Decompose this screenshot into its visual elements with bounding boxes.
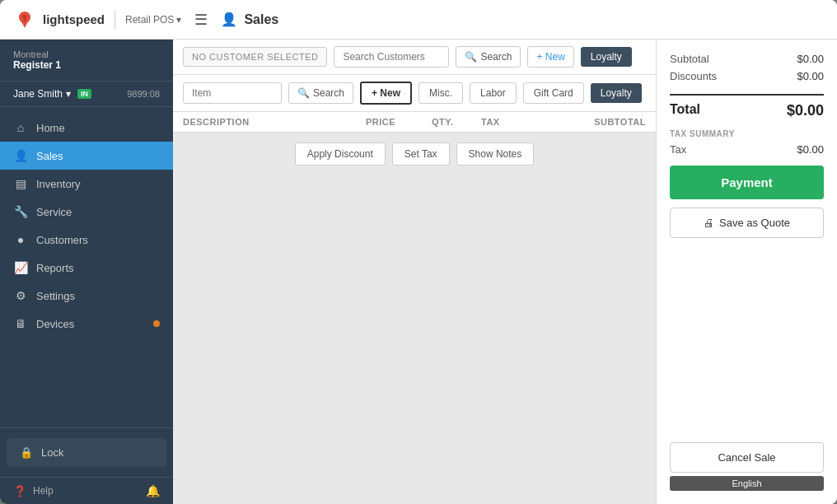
search-customers-button[interactable]: 🔍 Search bbox=[456, 46, 521, 68]
sidebar: Montreal Register 1 Jane Smith ▾ IN 9899… bbox=[0, 40, 173, 504]
tax-row: Tax $0.00 bbox=[670, 143, 824, 156]
sidebar-location: Montreal bbox=[13, 49, 160, 59]
reports-icon: 📈 bbox=[13, 261, 28, 274]
customer-bar: NO CUSTOMER SELECTED 🔍 Search + New Loya… bbox=[173, 40, 656, 75]
lock-icon: 🔒 bbox=[20, 446, 33, 459]
discounts-value: $0.00 bbox=[797, 70, 824, 82]
col-qty: QTY. bbox=[432, 117, 481, 127]
set-tax-button[interactable]: Set Tax bbox=[392, 142, 450, 166]
col-tax: TAX bbox=[481, 117, 563, 127]
page-title: 👤 Sales bbox=[221, 12, 278, 27]
subtotal-value: $0.00 bbox=[797, 53, 824, 65]
help-label[interactable]: Help bbox=[33, 485, 54, 497]
apply-discount-button[interactable]: Apply Discount bbox=[295, 142, 386, 166]
sidebar-item-label: Reports bbox=[36, 262, 74, 274]
sidebar-item-label: Customers bbox=[36, 234, 88, 246]
content-area: NO CUSTOMER SELECTED 🔍 Search + New Loya… bbox=[173, 40, 656, 504]
agent-id: 9899:08 bbox=[127, 89, 160, 99]
search-icon: 🔍 bbox=[465, 51, 477, 63]
loyalty-customer-button[interactable]: Loyalty bbox=[581, 47, 632, 67]
sale-area: Apply Discount Set Tax Show Notes bbox=[173, 133, 656, 504]
tax-summary-heading: TAX SUMMARY bbox=[670, 129, 824, 138]
retail-pos-label: Retail POS ▾ bbox=[125, 14, 181, 26]
no-customer-button[interactable]: NO CUSTOMER SELECTED bbox=[183, 47, 327, 67]
save-quote-button[interactable]: 🖨 Save as Quote bbox=[670, 208, 824, 238]
sidebar-bottom: 🔒 Lock bbox=[0, 427, 173, 477]
logo-area: lightspeed bbox=[13, 8, 105, 31]
total-value: $0.00 bbox=[787, 102, 824, 119]
sales-nav-icon: 👤 bbox=[13, 149, 28, 162]
sidebar-item-label: Sales bbox=[36, 150, 63, 162]
sale-actions: Apply Discount Set Tax Show Notes bbox=[173, 133, 656, 175]
search-customers-input[interactable] bbox=[334, 46, 449, 68]
lock-button[interactable]: 🔒 Lock bbox=[7, 438, 166, 467]
sidebar-item-label: Inventory bbox=[36, 178, 80, 190]
sidebar-register: Register 1 bbox=[13, 59, 160, 71]
sidebar-agent: Jane Smith ▾ IN 9899:08 bbox=[0, 82, 173, 107]
item-bar: 🔍 Search + New Misc. Labor Gift Card Loy… bbox=[173, 75, 656, 112]
sidebar-item-customers[interactable]: ● Customers bbox=[0, 226, 173, 254]
sidebar-item-devices[interactable]: 🖥 Devices bbox=[0, 310, 173, 338]
sales-icon: 👤 bbox=[221, 12, 237, 27]
sidebar-item-settings[interactable]: ⚙ Settings bbox=[0, 282, 173, 310]
hamburger-button[interactable]: ☰ bbox=[191, 7, 211, 32]
show-notes-button[interactable]: Show Notes bbox=[456, 142, 535, 166]
logo-divider bbox=[115, 10, 115, 30]
agent-status-badge: IN bbox=[77, 89, 91, 99]
bell-icon[interactable]: 🔔 bbox=[146, 484, 160, 497]
col-subtotal: SUBTOTAL bbox=[563, 117, 646, 127]
new-item-button[interactable]: + New bbox=[360, 82, 412, 105]
subtotal-label: Subtotal bbox=[670, 53, 709, 65]
item-search-button[interactable]: 🔍 Search bbox=[288, 82, 353, 104]
sidebar-user-info: Montreal Register 1 bbox=[0, 40, 173, 82]
sidebar-item-service[interactable]: 🔧 Service bbox=[0, 198, 173, 226]
item-search-input[interactable] bbox=[183, 82, 282, 104]
logo-icon bbox=[13, 8, 36, 31]
sidebar-item-label: Settings bbox=[36, 290, 75, 302]
discounts-row: Discounts $0.00 bbox=[670, 70, 824, 82]
home-icon: ⌂ bbox=[13, 121, 28, 134]
main-layout: Montreal Register 1 Jane Smith ▾ IN 9899… bbox=[0, 40, 837, 504]
inventory-icon: ▤ bbox=[13, 177, 28, 190]
tax-value: $0.00 bbox=[797, 143, 824, 156]
logo-text: lightspeed bbox=[43, 12, 105, 26]
discounts-label: Discounts bbox=[670, 70, 717, 82]
sidebar-item-sales[interactable]: 👤 Sales bbox=[0, 142, 173, 170]
col-price: PRICE bbox=[366, 117, 432, 127]
labor-button[interactable]: Labor bbox=[470, 82, 517, 104]
save-quote-icon: 🖨 bbox=[704, 217, 714, 229]
agent-name: Jane Smith ▾ bbox=[13, 88, 71, 100]
sidebar-item-label: Home bbox=[36, 122, 65, 134]
topbar: lightspeed Retail POS ▾ ☰ 👤 Sales bbox=[0, 0, 837, 40]
sidebar-item-inventory[interactable]: ▤ Inventory bbox=[0, 170, 173, 198]
new-customer-button[interactable]: + New bbox=[527, 46, 573, 68]
devices-icon: 🖥 bbox=[13, 317, 28, 330]
devices-status-dot bbox=[153, 320, 160, 327]
sidebar-footer: ❓ Help 🔔 bbox=[0, 477, 173, 504]
sidebar-item-home[interactable]: ⌂ Home bbox=[0, 114, 173, 142]
payment-button[interactable]: Payment bbox=[670, 166, 824, 199]
spacer bbox=[670, 238, 824, 442]
service-icon: 🔧 bbox=[13, 205, 28, 218]
loyalty-item-button[interactable]: Loyalty bbox=[591, 83, 642, 103]
sidebar-item-label: Service bbox=[36, 206, 72, 218]
right-panel: Subtotal $0.00 Discounts $0.00 Total $0.… bbox=[656, 40, 837, 504]
table-header: DESCRIPTION PRICE QTY. TAX SUBTOTAL bbox=[173, 112, 656, 133]
app-window: lightspeed Retail POS ▾ ☰ 👤 Sales Montre… bbox=[0, 0, 837, 504]
total-label: Total bbox=[670, 102, 700, 119]
customers-icon: ● bbox=[13, 233, 28, 246]
misc-button[interactable]: Misc. bbox=[418, 82, 463, 104]
settings-icon: ⚙ bbox=[13, 289, 28, 302]
language-badge: English bbox=[670, 476, 824, 491]
help-icon: ❓ bbox=[13, 485, 26, 497]
cancel-sale-button[interactable]: Cancel Sale bbox=[670, 442, 824, 473]
subtotal-row: Subtotal $0.00 bbox=[670, 53, 824, 65]
sidebar-item-label: Devices bbox=[36, 318, 74, 330]
sidebar-item-reports[interactable]: 📈 Reports bbox=[0, 254, 173, 282]
col-description: DESCRIPTION bbox=[183, 117, 366, 127]
item-search-icon: 🔍 bbox=[297, 87, 310, 99]
gift-card-button[interactable]: Gift Card bbox=[523, 82, 584, 104]
sidebar-nav: ⌂ Home 👤 Sales ▤ Inventory 🔧 Service ● bbox=[0, 107, 173, 427]
tax-label: Tax bbox=[670, 143, 686, 156]
total-row: Total $0.00 bbox=[670, 94, 824, 119]
